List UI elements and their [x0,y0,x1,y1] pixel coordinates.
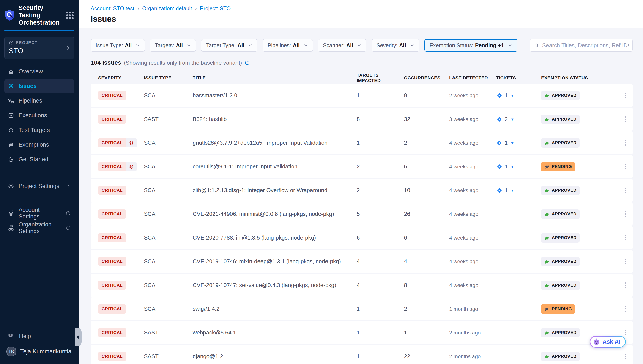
sidebar-item-exemptions[interactable]: Exemptions [4,138,74,152]
breadcrumb-organization[interactable]: Organization: default [142,6,192,12]
sidebar-item-project-settings[interactable]: Project Settings [4,179,74,194]
exemption-status-label: APPROVED [552,93,576,98]
issue-type-cell: SCA [144,163,193,170]
issue-row[interactable]: CRITICAL SCA bassmaster//1.2.0 1 9 2 wee… [91,84,633,107]
title-cell[interactable]: B324: hashlib [193,116,357,122]
sidebar-item-account-settings[interactable]: Account Settings [4,206,74,220]
executions-icon [8,112,14,119]
title-cell[interactable]: CVE-2019-10747: set-value@0.4.3 (lang-pk… [193,282,357,288]
app-switcher-icon[interactable] [66,11,74,20]
row-menu-button[interactable] [623,162,628,172]
exemption-status-cell: APPROVED [541,114,618,124]
issue-type-cell: SCA [144,234,193,241]
ask-ai-button[interactable]: Ask AI [590,336,626,348]
ticket-caret-icon[interactable]: ▾ [511,140,513,146]
sidebar-item-test-targets[interactable]: Test Targets [4,123,74,137]
info-icon[interactable] [244,60,250,66]
ticket-count: 2 [505,116,508,122]
targets-impacted-cell: 4 [357,282,404,288]
row-menu-button[interactable] [623,304,628,314]
exemption-status-cell: APPROVED [541,280,618,290]
exemption-layers-icon [126,138,137,148]
column-occurrences: OCCURRENCES [404,75,449,80]
row-menu-button[interactable] [623,233,628,242]
exemption-status-cell: PENDING [541,162,618,172]
ticket-cell[interactable]: 1 ▾ [496,187,541,194]
info-icon[interactable] [66,211,71,216]
sidebar-item-help[interactable]: ? Help [4,329,74,343]
issue-row[interactable]: CRITICAL SCA CVE-2020-7788: ini@1.3.5 (l… [91,226,633,249]
filter-dropdown[interactable]: Exemption Status: Pending +1 [424,39,517,52]
sidebar-collapse-handle[interactable] [75,328,82,346]
exemption-status-cell: APPROVED [541,352,618,361]
breadcrumb-project[interactable]: Project: STO [200,6,231,12]
exemption-status-badge: APPROVED [541,114,579,124]
title-cell[interactable]: CVE-2021-44906: minimist@0.0.8 (lang-pkg… [193,211,357,217]
user-name: Teja Kummarikuntla [20,348,72,355]
row-menu-button[interactable] [623,186,628,195]
issue-row[interactable]: CRITICAL SCA zlib@1:1.2.13.dfsg-1: Integ… [91,179,633,202]
ticket-caret-icon[interactable]: ▾ [511,117,513,122]
title-cell[interactable]: zlib@1:1.2.13.dfsg-1: Integer Overflow o… [193,187,357,194]
issue-row[interactable]: CRITICAL SCA swig//1.4.2 1 2 1 month ago… [91,297,633,320]
sidebar-item-organization-settings[interactable]: Organization Settings [4,221,74,235]
issue-row[interactable]: CRITICAL SCA CVE-2019-10746: mixin-deep@… [91,250,633,273]
issues-table-header: SEVERITY ISSUE TYPE TITLE TARGETS IMPACT… [91,72,633,84]
issue-type-cell: SCA [144,187,193,194]
row-menu-button[interactable] [623,280,628,290]
title-cell[interactable]: webpack@5.64.1 [193,329,357,336]
targets-impacted-cell: 4 [357,258,404,265]
sidebar-item-overview[interactable]: Overview [4,64,74,79]
filter-dropdown[interactable]: Issue Type: All [91,39,145,52]
issue-row[interactable]: CRITICAL SCA coreutils@9.1-1: Improper I… [91,155,633,178]
row-menu-button[interactable] [623,209,628,219]
sidebar-item-pipelines[interactable]: Pipelines [4,94,74,108]
sidebar-item-executions[interactable]: Executions [4,108,74,123]
filter-dropdown[interactable]: Scanner: All [318,39,366,52]
issue-row[interactable]: CRITICAL SAST B324: hashlib 8 32 3 weeks… [91,108,633,131]
exemption-status-badge: APPROVED [541,352,579,361]
ticket-cell[interactable]: 1 ▾ [496,163,541,170]
title-cell[interactable]: swig//1.4.2 [193,306,357,312]
search-input[interactable] [542,42,628,49]
ticket-cell[interactable]: 2 ▾ [496,116,541,122]
ticket-cell[interactable]: 1 ▾ [496,92,541,99]
issue-type-cell: SAST [144,329,193,336]
title-cell[interactable]: bassmaster//1.2.0 [193,92,357,99]
filter-dropdown[interactable]: Severity: All [372,39,419,52]
search-box[interactable] [530,39,633,52]
sidebar-item-get-started[interactable]: Get Started [4,152,74,167]
title-cell[interactable]: CVE-2020-7788: ini@1.3.5 (lang-pkgs, nod… [193,234,357,241]
issue-row[interactable]: CRITICAL SCA gnutls28@3.7.9-2+deb12u5: I… [91,131,633,154]
issue-row[interactable]: CRITICAL SCA CVE-2019-10747: set-value@0… [91,274,633,297]
row-menu-button[interactable] [623,114,628,124]
filter-dropdown[interactable]: Targets: All [150,39,196,52]
eye-slash-icon [8,142,14,148]
user-menu[interactable]: TK Teja Kummarikuntla [4,344,74,358]
breadcrumb-account[interactable]: Account: STO test [91,6,134,12]
issue-row[interactable]: CRITICAL SAST django@1.2 1 22 2 months a… [91,345,633,364]
ticket-caret-icon[interactable]: ▾ [511,164,513,169]
row-menu-button[interactable] [623,90,628,100]
info-icon[interactable] [66,225,71,230]
title-cell[interactable]: django@1.2 [193,353,357,360]
row-menu-button[interactable] [623,256,628,266]
project-selector[interactable]: PROJECT STO [4,37,74,59]
ticket-caret-icon[interactable]: ▾ [511,93,513,98]
exemption-status-cell: APPROVED [541,138,618,148]
title-cell[interactable]: gnutls28@3.7.9-2+deb12u5: Improper Input… [193,140,357,146]
ticket-cell[interactable]: 1 ▾ [496,140,541,146]
ticket-caret-icon[interactable]: ▾ [511,188,513,193]
row-menu-button[interactable] [623,352,628,361]
sidebar-item-issues[interactable]: Issues [4,79,74,93]
issue-row[interactable]: CRITICAL SCA CVE-2021-44906: minimist@0.… [91,202,633,226]
row-menu-button[interactable] [623,328,628,338]
title-cell[interactable]: coreutils@9.1-1: Improper Input Validati… [193,163,357,170]
exemption-status-badge: PENDING [541,304,575,314]
filter-dropdown[interactable]: Target Type: All [201,39,257,52]
filter-dropdown[interactable]: Pipelines: All [263,39,313,52]
issue-row[interactable]: CRITICAL SAST webpack@5.64.1 1 1 2 month… [91,321,633,344]
row-menu-button[interactable] [623,138,628,148]
severity-badge: CRITICAL [98,114,126,124]
title-cell[interactable]: CVE-2019-10746: mixin-deep@1.3.1 (lang-p… [193,258,357,265]
